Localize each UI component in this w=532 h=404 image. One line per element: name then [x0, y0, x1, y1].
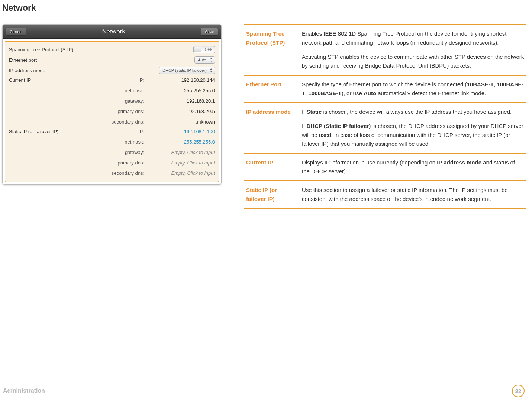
ip-field-value: 192.168.20.1 — [159, 98, 215, 104]
stp-toggle[interactable]: OFF — [193, 46, 215, 53]
ip-field-label: secondary dns: — [100, 119, 144, 125]
static-ip-label: Static IP (or failover IP) — [9, 129, 83, 134]
ip-field-label: primary dns: — [100, 160, 144, 166]
panel-title: Network — [26, 28, 201, 35]
definition-description: If Static is chosen, the device will alw… — [300, 103, 526, 153]
ip-field-value[interactable]: 255.255.255.0 — [159, 139, 215, 145]
ip-field-label: gateway: — [100, 150, 144, 155]
definition-description: Displays IP information in use currently… — [300, 153, 526, 181]
ip-field-label: netmask: — [100, 88, 144, 93]
definition-row: IP address modeIf Static is chosen, the … — [244, 103, 526, 153]
ethernet-port-select[interactable]: Auto — [194, 56, 215, 64]
ip-field-value: 255.255.255.0 — [159, 88, 215, 93]
definition-term: Current IP — [244, 153, 300, 181]
definition-row: Current IPDisplays IP information in use… — [244, 153, 526, 181]
ip-field-label: netmask: — [100, 139, 144, 145]
definition-term: IP address mode — [244, 103, 300, 153]
ip-address-mode-value: DHCP (static IP failover) — [162, 68, 207, 73]
panel-header: Cancel Network Save — [3, 25, 221, 39]
definition-description: Use this section to assign a failover or… — [300, 181, 526, 208]
ip-field-value[interactable]: Empty, Click to input — [159, 150, 215, 155]
page-number-badge: 22 — [512, 385, 525, 397]
definition-description: Specify the type of Ethernet port to whi… — [300, 75, 526, 103]
ip-address-mode-label: IP address mode — [9, 68, 83, 73]
ip-field-label: IP: — [100, 129, 144, 134]
definition-row: Static IP (or failover IP)Use this secti… — [244, 181, 526, 208]
ip-field-label: secondary dns: — [100, 170, 144, 176]
footer-section-label: Administration — [3, 388, 45, 394]
cancel-button[interactable]: Cancel — [6, 28, 26, 36]
definitions-column: Spanning Tree Protocol (STP)Enables IEEE… — [244, 24, 526, 209]
ip-field-label: IP: — [100, 77, 144, 83]
definition-row: Spanning Tree Protocol (STP)Enables IEEE… — [244, 25, 526, 75]
screenshot-panel: Cancel Network Save Spanning Tree Protoc… — [2, 24, 222, 185]
save-button[interactable]: Save — [201, 28, 218, 36]
definition-term: Ethernet Port — [244, 75, 300, 103]
definition-term: Static IP (or failover IP) — [244, 181, 300, 208]
current-ip-label: Current IP — [9, 77, 83, 83]
ethernet-port-value: Auto — [198, 58, 206, 62]
stp-toggle-value: OFF — [205, 48, 212, 52]
ip-field-value: 192.168.20.144 — [159, 77, 215, 83]
ip-field-value: 192.168.20.5 — [159, 109, 215, 114]
ip-field-value: unknown — [159, 119, 215, 125]
ip-field-label: gateway: — [100, 98, 144, 104]
ip-field-label: primary dns: — [100, 109, 144, 114]
ip-field-value[interactable]: 192.168.1.100 — [159, 129, 215, 134]
page-title: Network — [2, 3, 526, 13]
ethernet-port-label: Ethernet port — [9, 57, 83, 63]
ip-address-mode-select[interactable]: DHCP (static IP failover) — [159, 67, 215, 74]
definition-description: Enables IEEE 802.1D Spanning Tree Protoc… — [300, 25, 526, 75]
stp-label: Spanning Tree Protocol (STP) — [9, 47, 83, 52]
ip-field-value[interactable]: Empty, Click to input — [159, 160, 215, 166]
definition-term: Spanning Tree Protocol (STP) — [244, 25, 300, 75]
ip-field-value[interactable]: Empty, Click to input — [159, 170, 215, 176]
definition-row: Ethernet PortSpecify the type of Etherne… — [244, 75, 526, 103]
